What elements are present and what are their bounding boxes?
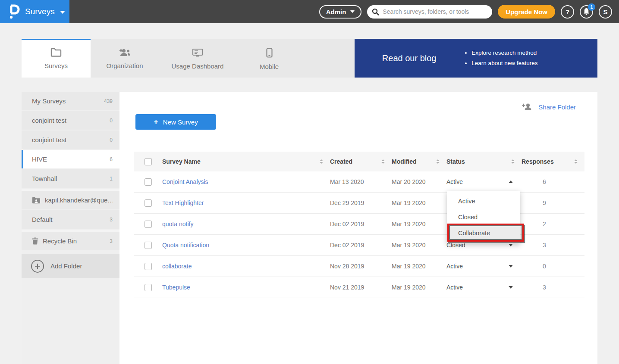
status-value: Active <box>446 178 463 185</box>
tab-usage-dashboard-label: Usage Dashboard <box>172 62 224 70</box>
tab-organization-label: Organization <box>106 62 143 69</box>
row-checkbox[interactable] <box>145 199 152 207</box>
row-checkbox[interactable] <box>145 284 152 291</box>
status-options-dropdown: Active Closed Collaborate <box>447 191 520 243</box>
search-input[interactable] <box>367 5 492 19</box>
table-row: collaborate Nov 28 2019 Mar 19 2020 Acti… <box>134 256 584 277</box>
banner-bullet: Learn about new features <box>471 58 537 68</box>
share-folder-label: Share Folder <box>538 103 576 111</box>
folder-count: 3 <box>110 217 113 223</box>
upgrade-now-button[interactable]: Upgrade Now <box>498 5 555 19</box>
sort-icon[interactable] <box>574 159 578 164</box>
chevron-down-icon <box>509 244 513 246</box>
chevron-up-icon <box>509 180 513 183</box>
row-checkbox[interactable] <box>145 221 152 228</box>
help-button[interactable]: ? <box>561 5 574 19</box>
tab-mobile-label: Mobile <box>260 63 279 70</box>
responses-cell: 9 <box>522 199 584 206</box>
created-cell: Dec 29 2019 <box>330 199 392 206</box>
help-label: ? <box>566 8 569 16</box>
admin-menu-button[interactable]: Admin <box>319 5 362 19</box>
user-avatar[interactable]: S <box>599 5 612 19</box>
app-logo-menu[interactable]: Surveys <box>0 0 69 23</box>
notifications-button[interactable]: 1 <box>580 5 593 19</box>
folder-count: 0 <box>110 137 113 143</box>
status-dropdown-trigger[interactable]: Active <box>446 178 522 185</box>
sidebar-item-default[interactable]: Default 3 <box>22 210 119 229</box>
trash-icon <box>32 237 38 245</box>
main-panel: Share Folder + New Survey Survey Name Cr… <box>119 92 597 364</box>
row-checkbox[interactable] <box>145 242 152 249</box>
survey-name-link[interactable]: collaborate <box>162 263 192 270</box>
folder-count: 0 <box>110 118 113 124</box>
modified-cell: Mar 19 2020 <box>392 242 446 249</box>
col-header-responses: Responses <box>522 158 554 165</box>
created-cell: Mar 13 2020 <box>330 178 392 185</box>
status-value: Active <box>446 284 463 291</box>
sidebar-item-conjoint-test-1[interactable]: conjoint test 0 <box>22 111 119 130</box>
blog-banner[interactable]: Read our blog Explore research method Le… <box>355 39 597 78</box>
sidebar-item-conjoint-test-2[interactable]: conjoint test 0 <box>22 131 119 149</box>
top-bar: Surveys Admin Upgrade Now ? 1 S <box>0 0 619 23</box>
folder-count: 1 <box>110 176 113 182</box>
created-cell: Dec 02 2019 <box>330 242 392 249</box>
folder-label: conjoint test <box>32 117 66 124</box>
sidebar-item-townhall[interactable]: Townhall 1 <box>22 169 119 188</box>
modified-cell: Mar 19 2020 <box>392 221 446 227</box>
tab-mobile[interactable]: Mobile <box>236 39 302 78</box>
add-folder-button[interactable]: Add Folder <box>22 254 119 278</box>
blog-banner-bullets: Explore research method Learn about new … <box>464 48 537 68</box>
sidebar-item-my-surveys[interactable]: My Surveys 439 <box>22 92 119 110</box>
sidebar-item-hive[interactable]: HIVE 6 <box>22 150 119 168</box>
chevron-down-icon <box>509 265 513 268</box>
responses-cell: 6 <box>522 178 584 185</box>
sort-icon[interactable] <box>436 159 440 164</box>
folder-label: Recycle Bin <box>43 237 77 245</box>
select-all-checkbox[interactable] <box>145 158 152 165</box>
status-value: Active <box>446 263 463 270</box>
modified-cell: Mar 19 2020 <box>392 284 446 291</box>
survey-name-link[interactable]: Tubepulse <box>162 284 190 291</box>
tabstrip-filler <box>302 39 355 78</box>
share-folder-button[interactable]: Share Folder <box>522 103 576 111</box>
tab-organization[interactable]: Organization <box>91 39 159 78</box>
survey-name-link[interactable]: Quota notification <box>162 242 209 249</box>
chevron-down-icon <box>60 11 65 14</box>
status-option-active[interactable]: Active <box>447 193 520 209</box>
folder-count: 6 <box>110 156 113 162</box>
folder-count: 439 <box>104 98 113 104</box>
search-icon <box>372 8 379 17</box>
folder-label: conjoint test <box>32 136 66 143</box>
col-header-survey-name: Survey Name <box>162 158 201 165</box>
sidebar-item-recycle-bin[interactable]: Recycle Bin 3 <box>22 232 119 250</box>
folder-label: HIVE <box>32 156 47 163</box>
global-search <box>367 5 492 19</box>
tab-surveys[interactable]: Surveys <box>22 39 91 78</box>
status-dropdown-trigger[interactable]: Active <box>446 284 522 291</box>
tab-usage-dashboard[interactable]: Usage Dashboard <box>159 39 236 78</box>
person-add-icon <box>522 103 533 111</box>
sort-icon[interactable] <box>320 159 323 164</box>
banner-bullet: Explore research method <box>471 48 537 58</box>
sort-icon[interactable] <box>511 159 515 164</box>
survey-name-link[interactable]: Conjoint Analysis <box>162 178 208 185</box>
questionpro-logo-icon <box>9 4 20 19</box>
status-option-collaborate[interactable]: Collaborate <box>447 225 520 241</box>
survey-name-link[interactable]: quota notify <box>162 221 193 227</box>
sort-icon[interactable] <box>381 159 385 164</box>
sidebar-item-shared-account[interactable]: kapil.khandekar@que… <box>22 191 119 209</box>
folder-label: Default <box>32 216 53 223</box>
created-cell: Dec 02 2019 <box>330 221 392 227</box>
status-option-closed[interactable]: Closed <box>447 209 520 225</box>
survey-name-link[interactable]: Text Highlighter <box>162 199 204 206</box>
chevron-down-icon <box>350 10 355 13</box>
add-folder-label: Add Folder <box>50 262 82 270</box>
admin-label: Admin <box>326 8 346 16</box>
created-cell: Nov 21 2019 <box>330 284 392 291</box>
app-menu-label: Surveys <box>25 7 55 16</box>
status-dropdown-trigger[interactable]: Active <box>446 263 522 270</box>
new-survey-button[interactable]: + New Survey <box>135 114 216 130</box>
row-checkbox[interactable] <box>145 263 152 270</box>
row-checkbox[interactable] <box>145 178 152 186</box>
col-header-modified: Modified <box>392 158 417 165</box>
